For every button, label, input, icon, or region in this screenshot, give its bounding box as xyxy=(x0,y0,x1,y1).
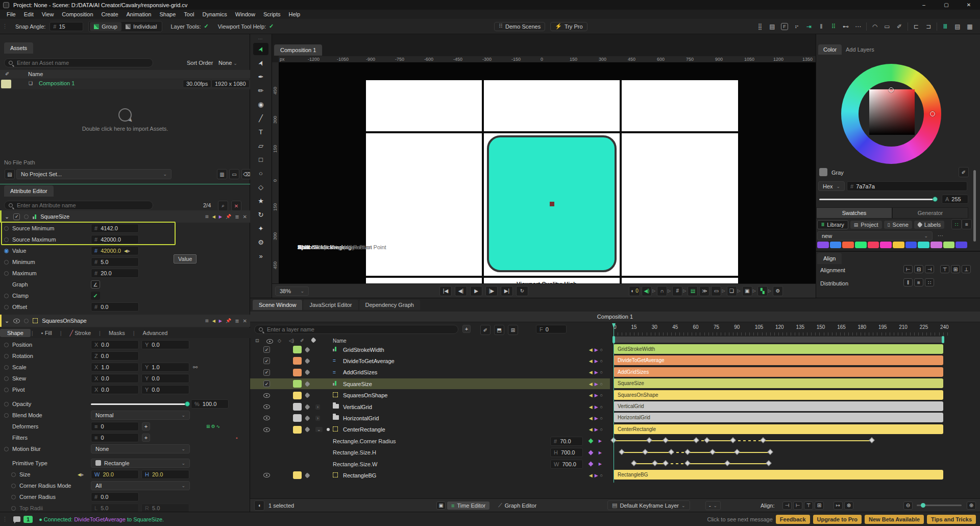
layer-color-swatch[interactable] xyxy=(293,346,302,353)
key-arrows[interactable]: ◀▶ xyxy=(78,472,84,477)
layer-color-swatch[interactable] xyxy=(293,414,302,422)
drag-handle[interactable]: ⋮ xyxy=(2,23,8,30)
badge-new-beta-available[interactable]: New Beta Available xyxy=(865,515,924,524)
value-field[interactable]: X1.0 xyxy=(91,363,139,372)
try-pro-button[interactable]: ⚡Try Pro xyxy=(550,22,587,31)
count-field[interactable]: ≡0 xyxy=(91,422,139,431)
time-editor-button[interactable]: ≡Time Editor xyxy=(447,501,489,510)
settings-tool[interactable]: ⚙ xyxy=(253,236,268,248)
alpha-slider[interactable] xyxy=(819,199,937,200)
enabled-checkbox[interactable]: ✓ xyxy=(263,369,270,376)
pin-icon[interactable]: 📌 xyxy=(226,318,231,323)
node-icon[interactable]: ⧈ xyxy=(205,318,208,324)
menu-window[interactable]: Window xyxy=(232,11,259,17)
align-tab[interactable]: Align xyxy=(817,253,842,264)
eye-icon[interactable] xyxy=(13,319,20,323)
expander-icon[interactable]: ▷ xyxy=(722,289,725,293)
anim-toggle-icon[interactable]: ○ xyxy=(600,381,603,387)
key-arrows[interactable]: ◀▶ xyxy=(124,249,130,253)
keyframe-diamond[interactable] xyxy=(685,460,691,466)
palette-swatch-4[interactable] xyxy=(868,242,879,248)
transform-tool[interactable]: ▱ xyxy=(253,139,268,152)
keyframe-diamond[interactable] xyxy=(685,449,691,455)
scatter-dots-icon[interactable]: ⠿ xyxy=(827,21,840,32)
select-tool[interactable]: ➤ xyxy=(253,43,268,55)
keyframe-diamond[interactable] xyxy=(734,449,740,455)
columns-icon[interactable]: Ⅲ xyxy=(939,21,951,32)
palette-more-button[interactable]: ⋯ xyxy=(938,232,943,239)
project-dropdown[interactable]: No Project Set...⌄ xyxy=(16,169,172,179)
magnet-icon[interactable]: ∩ xyxy=(657,286,667,296)
group-mode-button[interactable]: Group xyxy=(90,22,121,31)
clamp-checkbox[interactable]: ✓ xyxy=(91,292,100,300)
keyframe-radio[interactable] xyxy=(4,260,9,265)
keyframe-radio[interactable] xyxy=(4,226,9,231)
palette-swatch-6[interactable] xyxy=(893,242,904,248)
enabled-checkbox[interactable]: ✓ xyxy=(263,346,270,353)
graph-button[interactable]: ∠ xyxy=(91,280,100,289)
pin-icon[interactable]: 📌 xyxy=(226,214,231,219)
tab-javascript-editor[interactable]: JavaScript Editor xyxy=(303,300,358,310)
enabled-checkbox[interactable]: ✓ xyxy=(263,380,270,387)
grid-view-icon[interactable]: ∷ xyxy=(951,219,962,229)
key-prev-icon[interactable]: ◀ xyxy=(589,393,593,398)
keyframe-radio[interactable] xyxy=(11,472,16,477)
loop-button[interactable]: ↻ xyxy=(516,286,528,296)
dropdown-blend-mode[interactable]: Normal⌄ xyxy=(91,411,190,420)
keyframe-layer-dropdown[interactable]: ▤Default Keyframe Layer⌄ xyxy=(607,500,690,510)
expander-icon[interactable]: ⌄ xyxy=(315,427,323,432)
opacity-slider[interactable] xyxy=(91,403,188,405)
footer-snap-icon-1[interactable]: ⊗ xyxy=(844,501,853,510)
keyframe-radio[interactable] xyxy=(4,447,9,451)
sub-value-field[interactable]: H700.0 xyxy=(550,448,583,457)
badge-feedback[interactable]: Feedback xyxy=(776,515,810,524)
duplicate-icon[interactable]: ▣ xyxy=(742,286,752,296)
zoom-knob[interactable] xyxy=(921,503,925,508)
project-tab[interactable]: ▤Project xyxy=(850,221,882,229)
tab-dependency-graph[interactable]: Dependency Graph xyxy=(359,300,420,310)
layer-row-horizontalgrid[interactable]: ›HorizontalGrid◀▶○ xyxy=(250,413,610,423)
key-prev-icon[interactable]: ◀ xyxy=(589,358,593,364)
panel-scrollbar[interactable] xyxy=(973,170,976,242)
layer-color-swatch[interactable] xyxy=(293,426,302,434)
dropdown-primitive-type[interactable]: Rectangle⌄ xyxy=(91,459,190,468)
align-icon-1[interactable]: ⊟ xyxy=(914,265,923,273)
tag-icon[interactable] xyxy=(305,381,309,387)
chevron-down-icon[interactable]: ⌄ xyxy=(5,213,9,220)
value-field[interactable]: #0.0 xyxy=(91,302,139,312)
panel-icon[interactable]: ▤ xyxy=(766,21,778,32)
value-field[interactable]: #20.0 xyxy=(91,269,139,278)
tag-icon[interactable] xyxy=(305,392,309,398)
tag-icon[interactable] xyxy=(305,347,309,353)
palette-swatch-8[interactable] xyxy=(918,242,929,248)
key-prev-icon[interactable]: ◀ xyxy=(589,404,593,410)
eyedropper-icon[interactable]: ✐ xyxy=(959,167,969,177)
keyframe-radio[interactable] xyxy=(4,413,9,418)
pivot-point[interactable] xyxy=(550,202,554,206)
footer-align-icon-0[interactable]: ⊣ xyxy=(782,501,792,510)
track-bar-verticalgrid[interactable]: VerticalGrid xyxy=(614,401,943,411)
tag-icon[interactable] xyxy=(305,404,309,410)
keyframe-radio[interactable] xyxy=(4,271,9,276)
ellipse-tool[interactable]: ○ xyxy=(253,167,268,179)
layers-icon[interactable]: ❏ xyxy=(727,286,737,296)
anim-toggle-icon[interactable]: ○ xyxy=(600,347,603,352)
keyframe-diamond[interactable] xyxy=(646,438,652,443)
hue-marker[interactable] xyxy=(930,111,935,116)
keyframe-radio[interactable] xyxy=(4,388,9,392)
menu-view[interactable]: View xyxy=(38,11,58,17)
track-bar-horizontalgrid[interactable]: HorizontalGrid xyxy=(614,413,943,422)
keyframe-radio[interactable] xyxy=(4,237,9,242)
track-bar-squaresonshape[interactable]: SquaresOnShape xyxy=(614,390,943,400)
expander-icon[interactable]: ▷ xyxy=(652,289,655,293)
keyframe-diamond[interactable] xyxy=(693,438,699,443)
attribute-editor-tab[interactable]: Attribute Editor xyxy=(4,185,54,197)
align-icon-2[interactable]: ⊣ xyxy=(925,265,934,273)
dropdown-motion-blur[interactable]: None⌄ xyxy=(91,444,190,453)
track-bar-squaresize[interactable]: SquareSize xyxy=(614,378,943,388)
align-right-icon[interactable]: ⊐ xyxy=(922,21,935,32)
menu-file[interactable]: File xyxy=(3,11,19,17)
solo-radio[interactable] xyxy=(24,214,29,219)
chevron-down-icon[interactable]: ⌄ xyxy=(5,318,9,324)
keyframe-diamond[interactable] xyxy=(663,438,669,443)
